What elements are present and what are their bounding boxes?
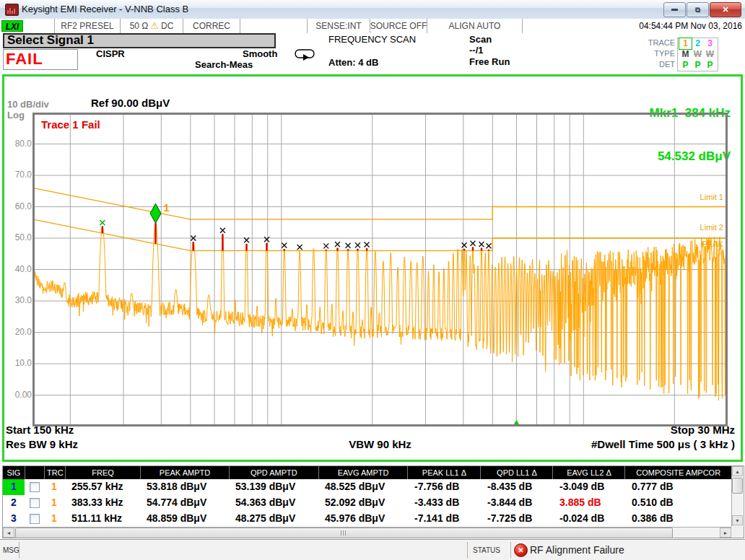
- row-checkbox[interactable]: [30, 482, 40, 492]
- toolbar-segment: SENSE:INT: [308, 19, 370, 33]
- toolbar-segments: RF2 PRESEL50 Ω⚠DCCORRECSENSE:INTSOURCE O…: [25, 19, 523, 33]
- toolbar-segment: SOURCE OFF: [370, 19, 427, 33]
- continuous-sweep-icon[interactable]: [294, 48, 316, 61]
- table-cell: -3.049 dB: [552, 479, 624, 495]
- table-row[interactable]: 11255.57 kHz53.818 dBμV53.139 dBμV48.525…: [3, 479, 731, 496]
- trigger-label: Free Run: [469, 56, 510, 67]
- toolbar-segment: CORREC: [183, 19, 240, 33]
- y-axis-tick: 70.0: [6, 170, 32, 180]
- app-window: Keysight EMI Receiver - V-NNB Class B ⧉ …: [0, 0, 745, 560]
- checkbox-cell: [25, 495, 44, 511]
- trace-cell[interactable]: W: [692, 49, 704, 60]
- start-freq-label: Start 150 kHz: [6, 424, 74, 436]
- minimize-button[interactable]: [663, 2, 686, 17]
- table-column-header[interactable]: TRC: [44, 466, 65, 479]
- table-row[interactable]: 31511.11 kHz48.859 dBμV48.275 dBμV45.976…: [3, 511, 731, 528]
- vertical-scrollbar[interactable]: ▲ ▼: [731, 466, 743, 527]
- scroll-grip-icon: [341, 530, 347, 535]
- row-checkbox[interactable]: [30, 514, 40, 524]
- y-axis-tick: 20.0: [6, 327, 32, 337]
- trace-panel-row-label: DET: [648, 59, 677, 70]
- signal-x-marker: [297, 245, 302, 250]
- trace-panel-row: PPP: [679, 60, 716, 71]
- horizontal-scroll-thumb[interactable]: [15, 528, 673, 538]
- status-toolbar: LXI RF2 PRESEL50 Ω⚠DCCORRECSENSE:INTSOUR…: [0, 19, 745, 33]
- trace-cell[interactable]: P: [704, 60, 716, 71]
- divider: [510, 542, 511, 559]
- table-column-header[interactable]: EAVG AMPTD: [318, 466, 408, 479]
- trace-panel-row-label: TRACE: [648, 38, 677, 48]
- table-cell: 0.777 dB: [624, 479, 731, 495]
- trace-cell[interactable]: 1: [679, 38, 692, 49]
- lxi-badge: LXI: [1, 20, 23, 32]
- trace-cell[interactable]: 3: [704, 38, 716, 49]
- spectrum-plot[interactable]: Limit 1Limit 2PEAK1: [32, 113, 728, 426]
- trace-cell[interactable]: P: [679, 60, 692, 71]
- table-cell: 54.363 dBμV: [228, 495, 318, 511]
- vertical-scroll-thumb[interactable]: [732, 478, 743, 494]
- table-column-header[interactable]: QPD AMPTD: [229, 466, 318, 479]
- table-column-header[interactable]: PEAK AMPTD: [140, 466, 229, 479]
- signal-number: 3: [3, 511, 25, 527]
- dwell-label: #Dwell Time 500 μs ( 3 kHz ): [591, 438, 735, 450]
- restore-button[interactable]: ⧉: [687, 2, 709, 17]
- trace-panel-row: 123: [679, 38, 716, 49]
- trace-cell[interactable]: W: [704, 49, 716, 60]
- toolbar-segment-text: 50 Ω: [130, 21, 149, 31]
- divider: [19, 542, 19, 559]
- table-column-header[interactable]: EAVG LL2 Δ: [552, 466, 624, 479]
- table-column-header[interactable]: COMPOSITE AMPCOR: [624, 466, 731, 479]
- y-axis-tick: 60.0: [6, 201, 32, 211]
- band-label: CISPR: [96, 48, 125, 59]
- scrollbar-corner: [731, 527, 744, 538]
- toolbar-segment: [240, 19, 308, 33]
- marker1-number: 1: [164, 201, 170, 214]
- toolbar-segment: [25, 19, 55, 33]
- status-bar: MSG STATUS ✕ RF Alignment Failure: [0, 539, 745, 560]
- row-checkbox[interactable]: [30, 498, 40, 508]
- trace-panel: TRACETYPEDET123MWWPPP: [648, 38, 718, 71]
- toolbar-segment: RF2 PRESEL: [55, 19, 121, 33]
- atten-label: Atten: 4 dB: [328, 57, 378, 68]
- close-button[interactable]: ✕: [710, 2, 741, 17]
- table-column-header[interactable]: SIG: [3, 466, 25, 479]
- signal-x-marker: [323, 243, 328, 248]
- signal-x-marker: [471, 241, 476, 246]
- scroll-down-button[interactable]: ▼: [732, 515, 743, 525]
- trace-panel-values: 123MWWPPP: [677, 38, 718, 71]
- table-cell: -3.844 dB: [480, 495, 552, 511]
- signal-table: SIGTRCFREQPEAK AMPTDQPD AMPTDEAVG AMPTDP…: [2, 465, 744, 538]
- trace-cell[interactable]: M: [679, 49, 692, 60]
- checkbox-cell: [25, 479, 44, 495]
- window-title: Keysight EMI Receiver - V-NNB Class B: [22, 4, 188, 14]
- table-cell: -7.725 dB: [480, 511, 552, 527]
- table-cell: 48.525 dBμV: [318, 479, 407, 495]
- table-column-header[interactable]: PEAK LL1 Δ: [407, 466, 480, 479]
- status-text: RF Alignment Failure: [530, 544, 624, 556]
- table-column-header[interactable]: [25, 466, 45, 479]
- signal-x-marker: [462, 242, 467, 248]
- signal-x-marker: [335, 242, 340, 247]
- table-cell: -7.141 dB: [407, 511, 480, 527]
- horizontal-scroll-track[interactable]: [14, 528, 720, 538]
- scroll-up-button[interactable]: ▲: [732, 466, 743, 476]
- y-axis-tick: 80.0: [6, 139, 32, 149]
- table-cell: 3.885 dB: [552, 495, 624, 511]
- select-signal-box[interactable]: Select Signal 1: [3, 33, 276, 48]
- checkbox-cell: [25, 511, 44, 527]
- y-axis-tick: 30.0: [6, 295, 32, 305]
- scan-count: --/1: [469, 45, 484, 56]
- scroll-right-button[interactable]: ►: [720, 528, 731, 538]
- table-column-header[interactable]: QPD LL1 Δ: [480, 466, 552, 479]
- table-row[interactable]: 21383.33 kHz54.774 dBμV54.363 dBμV52.092…: [3, 495, 731, 512]
- title-bar[interactable]: Keysight EMI Receiver - V-NNB Class B ⧉ …: [0, 0, 745, 19]
- table-cell: -3.433 dB: [407, 495, 480, 511]
- trace-cell[interactable]: P: [692, 60, 704, 71]
- scroll-left-button[interactable]: ◄: [3, 528, 14, 538]
- table-column-header[interactable]: FREQ: [65, 466, 140, 479]
- y-axis-tick: 40.0: [6, 264, 32, 274]
- trace-cell[interactable]: 2: [692, 38, 704, 49]
- table-cell: 52.092 dBμV: [318, 495, 407, 511]
- horizontal-scrollbar[interactable]: ◄ ►: [3, 527, 731, 538]
- toolbar-segment: ALIGN AUTO: [427, 19, 523, 33]
